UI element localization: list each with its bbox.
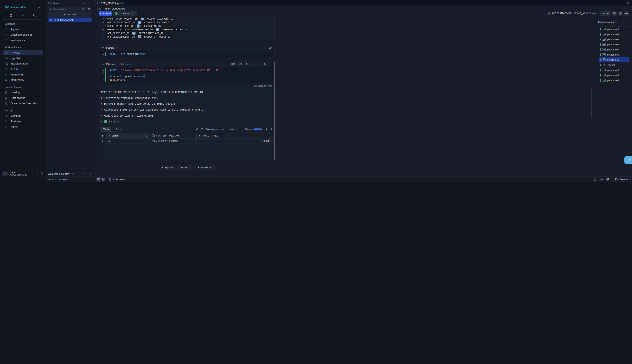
sidebar-item-marketplace[interactable]: Marketplace <box>3 77 43 83</box>
add-python-cell-button[interactable]: Python <box>159 165 175 170</box>
mapping-row: OPP_CLOSE.OPP_ID↔OPPORTUNITY.OPP_ID <box>103 32 274 35</box>
info-icon <box>72 172 74 175</box>
timestamp-type-icon: NT <box>152 134 155 137</box>
tab-table[interactable]: Table <box>101 127 111 132</box>
split-rows-icon[interactable] <box>258 62 261 66</box>
tab-rfm-demo[interactable]: RFM_DEMO.ipynb <box>94 0 120 6</box>
cell-name-placeholder[interactable]: Add name... <box>120 63 132 66</box>
status-bar: Tools panel Feedback <box>94 176 316 182</box>
home-icon[interactable] <box>9 14 13 17</box>
column-stats-icon[interactable] <box>99 133 106 138</box>
cloud-upload-icon <box>5 57 8 60</box>
brand-wordmark: snowflake <box>11 5 26 9</box>
shield-icon <box>5 102 8 105</box>
column-menu-icon[interactable]: ⋮ <box>145 134 148 137</box>
database-explorer-section[interactable]: Database Explorer <box>46 176 94 182</box>
connection-status-button[interactable]: ✓ Connected <box>113 11 137 16</box>
chevron-down-icon[interactable] <box>115 63 117 65</box>
sidebar-item-projects[interactable]: Projects <box>3 50 43 55</box>
add-markdown-cell-button[interactable]: Markdown <box>195 165 215 170</box>
sidebar-item-ai-ml[interactable]: AI & ML <box>3 66 43 72</box>
breadcrumb-dev[interactable]: Dev <box>97 7 101 10</box>
file-item-active[interactable]: RFM_DEMO.ipynb <box>48 18 92 22</box>
expand-icon[interactable] <box>89 178 92 181</box>
column-header-entity[interactable]: AENTITY⋮ <box>106 133 149 138</box>
sidebar-item-monitoring[interactable]: Monitoring <box>3 72 43 77</box>
add-sql-cell-button[interactable]: SQL <box>178 165 192 170</box>
column-header-anchor-timestamp[interactable]: NTANCHOR_TIMESTAMP <box>149 133 197 138</box>
wrench-icon <box>5 125 8 128</box>
add-cell-icon[interactable] <box>185 58 188 61</box>
add-cell-icon[interactable] <box>185 41 188 44</box>
cell-more-icon[interactable]: ••• <box>270 63 272 65</box>
more-icon[interactable]: ••• <box>83 172 86 175</box>
expand-icon[interactable] <box>89 172 92 175</box>
chevron-down-icon[interactable] <box>58 2 60 4</box>
sort-files-button[interactable] <box>87 7 92 12</box>
add-new-file-button[interactable]: Add new <box>48 12 92 17</box>
workspace-title[interactable]: Dev <box>53 2 57 4</box>
sidebar-item-data-sharing[interactable]: Data sharing <box>3 95 43 101</box>
file-search-input[interactable] <box>53 8 82 10</box>
chevron-down-icon[interactable] <box>115 46 117 48</box>
cell-entity: o5 <box>106 138 149 143</box>
sidebar-item-ingestion[interactable]: Ingestion <box>3 55 43 61</box>
create-icon[interactable] <box>21 14 25 17</box>
connection-dropdown[interactable] <box>133 12 137 14</box>
tools-panel-label[interactable]: Tools panel <box>113 178 124 181</box>
panel-more-icon[interactable]: ••• <box>83 2 86 4</box>
mapping-row: OPPORTUNITY.ACCOUNT_ID↔ACCOUNTS.ACCOUNT_… <box>103 18 274 21</box>
sidebar-item-governance-security[interactable]: Governance & security <box>3 101 43 106</box>
notifications-bell-icon[interactable] <box>40 172 43 175</box>
snowflake-icon <box>5 5 9 10</box>
sidebar-item-postgres[interactable]: Postgres <box>3 118 43 124</box>
sidebar-item-workspaces[interactable]: Workspaces <box>3 38 43 43</box>
app-sidebar: snowflake Shortcuts Agents Database Expl… <box>0 0 46 182</box>
toggle-left-panel-icon[interactable] <box>96 177 101 182</box>
download-icon[interactable] <box>265 128 268 131</box>
info-icon[interactable] <box>236 128 238 131</box>
table-row[interactable]: 1 o5 2025-09-30 23:59:59.999 1.43039e-5 <box>99 138 274 144</box>
python-cell-14[interactable]: PY Python Add name... [14] 13s ••• <box>99 61 275 161</box>
code-editor[interactable]: 1 model = rfm.KumoRFM(graph) <box>99 51 274 57</box>
panel-layout-icon <box>48 2 51 4</box>
new-tab-button[interactable] <box>121 1 124 4</box>
delete-cell-icon[interactable] <box>264 62 267 66</box>
cell-target-pred: 1.43039e-5 <box>197 138 274 143</box>
run-to-here-icon[interactable] <box>246 62 249 66</box>
collapse-sidebar-icon[interactable] <box>37 6 41 9</box>
collapse-panel-icon[interactable] <box>89 2 91 4</box>
refresh-icon[interactable] <box>83 178 86 181</box>
sidebar-item-database-explorer[interactable]: Database Explorer <box>3 32 43 38</box>
tab-chart[interactable]: Chart <box>113 127 124 132</box>
sidebar-item-catalog[interactable]: Catalog <box>3 90 43 95</box>
run-cell-icon[interactable] <box>252 63 254 66</box>
worksheets-legacy-section[interactable]: Worksheets (Legacy) ••• <box>46 171 94 176</box>
run-all-button[interactable]: Run all <box>99 11 112 16</box>
file-search-box[interactable]: ⌘P <box>48 7 87 12</box>
user-menu[interactable]: KS Kumo S ACCOUNTADMIN <box>2 171 43 176</box>
code-editor[interactable]: 1 2 3 4 query = "PREDICT COUNT(OPP_CLOSE… <box>99 67 274 84</box>
global-search-icon[interactable] <box>33 14 36 17</box>
breadcrumb-current: RFM_DEMO.ipynb <box>105 7 125 10</box>
resize-handle[interactable] <box>184 160 189 160</box>
divider <box>37 171 38 176</box>
row-count: 1 row <box>228 128 234 131</box>
search-results-icon[interactable] <box>196 128 199 131</box>
sidebar-item-agents[interactable]: Agents <box>3 26 43 32</box>
filter-icon[interactable] <box>201 128 203 131</box>
sidebar-item-transformation[interactable]: Transformation <box>3 61 43 66</box>
toggle-bottom-panel-icon[interactable] <box>101 177 106 182</box>
tools-panel-icon[interactable] <box>108 177 112 182</box>
executed-timestamp: Executed just now <box>99 84 274 88</box>
markdown-output-cell[interactable]: OPPORTUNITY.ACCOUNT_ID↔ACCOUNTS.ACCOUNT_… <box>99 18 275 41</box>
sidebar-item-compute[interactable]: Compute <box>3 113 43 118</box>
drag-handle[interactable] <box>96 63 97 66</box>
history-clock-icon[interactable] <box>270 128 273 131</box>
section-label: Manage <box>5 109 41 112</box>
column-header-target-pred[interactable]: #TARGET_PRED <box>197 133 274 138</box>
sidebar-item-admin[interactable]: Admin <box>3 124 43 130</box>
add-cell-row: Python SQL Markdown <box>99 165 275 170</box>
table-empty-row <box>99 144 274 146</box>
python-cell-13[interactable]: PY Python [13] 1 model = rfm.KumoRFM(gra… <box>99 44 275 58</box>
